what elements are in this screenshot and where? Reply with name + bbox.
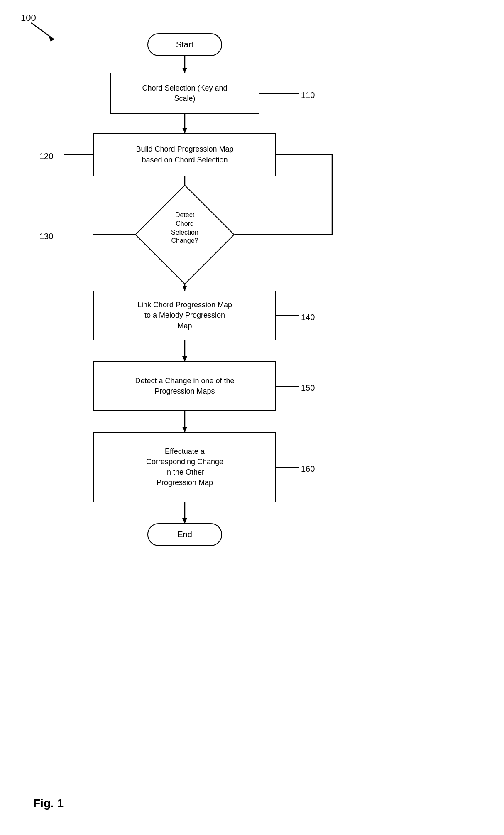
box-150: Detect a Change in one of the Progressio… xyxy=(93,361,276,411)
ref-120: 120 xyxy=(39,152,53,161)
box-120: Build Chord Progression Map based on Cho… xyxy=(93,133,276,176)
svg-marker-1 xyxy=(49,37,54,42)
end-label: End xyxy=(177,530,192,539)
diamond-130-label: Detect Chord Selection Change? xyxy=(171,211,198,244)
svg-marker-15 xyxy=(182,356,187,361)
diamond-130: Detect Chord Selection Change? xyxy=(112,199,257,270)
ref-150: 150 xyxy=(301,383,315,393)
box-110: Chord Selection (Key and Scale) xyxy=(110,73,259,114)
ref-140: 140 xyxy=(301,313,315,322)
start-label: Start xyxy=(176,40,193,49)
ref-110: 110 xyxy=(301,91,315,100)
svg-marker-19 xyxy=(182,518,187,523)
svg-marker-3 xyxy=(182,68,187,73)
box-150-label: Detect a Change in one of the Progressio… xyxy=(135,376,234,397)
figure-label: Fig. 1 xyxy=(33,797,64,810)
box-120-label: Build Chord Progression Map based on Cho… xyxy=(136,144,233,165)
ref-160: 160 xyxy=(301,464,315,474)
diagram-container: 100 Start Chord Selection (Key and Scale… xyxy=(0,0,504,835)
svg-line-0 xyxy=(31,23,54,39)
svg-marker-17 xyxy=(182,427,187,432)
flow-arrows xyxy=(0,0,504,835)
box-160-label: Effectuate a Corresponding Change in the… xyxy=(146,446,223,488)
end-node: End xyxy=(147,523,222,546)
box-140-label: Link Chord Progression Map to a Melody P… xyxy=(137,300,232,331)
box-160: Effectuate a Corresponding Change in the… xyxy=(93,432,276,502)
svg-marker-9 xyxy=(182,286,187,291)
ref-100-label: 100 xyxy=(21,12,36,23)
box-110-label: Chord Selection (Key and Scale) xyxy=(142,83,227,104)
start-node: Start xyxy=(147,33,222,56)
box-140: Link Chord Progression Map to a Melody P… xyxy=(93,291,276,340)
svg-marker-5 xyxy=(182,128,187,133)
ref-130: 130 xyxy=(39,232,53,241)
